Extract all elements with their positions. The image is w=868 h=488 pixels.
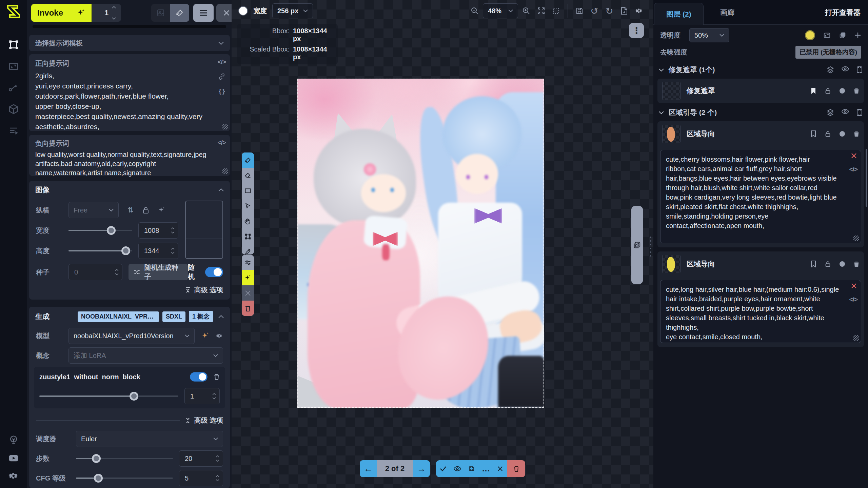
embedding-code-icon[interactable]: </> — [218, 58, 226, 66]
lora-weight-input[interactable]: 1 — [184, 388, 220, 404]
trash-icon[interactable] — [854, 88, 859, 94]
delete-region-tool[interactable] — [242, 301, 254, 316]
width-input[interactable]: 1008 — [138, 222, 178, 239]
height-slider[interactable] — [68, 246, 132, 255]
tab-layers[interactable]: 图层 (2) — [654, 3, 704, 25]
youtube-icon[interactable] — [7, 451, 20, 465]
regional-prompt-2-box[interactable]: cute,long hair,silver hair,blue hair,(me… — [660, 280, 861, 343]
zoom-in-icon[interactable] — [519, 3, 533, 18]
canvas-stage[interactable]: 宽度 256 px 48% ↺ ↻ — [232, 0, 653, 488]
prompt-resize-handle[interactable] — [853, 335, 859, 341]
braces-icon[interactable]: { } — [219, 87, 224, 95]
undo-icon[interactable]: ↺ — [588, 3, 601, 18]
canvas-tab-icon[interactable] — [7, 38, 20, 52]
regional-prompt-1-box[interactable]: cute,cherry blossoms,hair flower,pink fl… — [660, 150, 861, 243]
new-canvas-icon[interactable] — [617, 3, 631, 18]
gallery-mode-button[interactable] — [151, 4, 170, 22]
prompt-resize-handle[interactable] — [853, 236, 859, 241]
embedding-code-icon[interactable]: </> — [218, 139, 226, 146]
model-settings-gear-icon[interactable] — [216, 332, 223, 340]
cfg-input[interactable]: 5 — [179, 470, 223, 486]
opacity-select[interactable]: 50% — [689, 28, 729, 42]
generation-advanced-options[interactable]: 高级 选项 — [36, 416, 223, 425]
bookmark-icon[interactable] — [811, 130, 816, 137]
height-input[interactable]: 1344 — [138, 243, 178, 259]
fit-bbox-icon[interactable] — [549, 3, 563, 18]
cancel-staging-button[interactable] — [493, 460, 507, 477]
rect-tool[interactable] — [242, 183, 254, 198]
queue-tab-icon[interactable] — [7, 124, 20, 138]
zoom-level-select[interactable]: 48% — [483, 3, 518, 18]
pan-tool[interactable] — [242, 214, 254, 229]
lora-weight-slider[interactable] — [39, 392, 178, 401]
batch-count-steppers[interactable] — [112, 5, 116, 21]
steps-slider[interactable] — [76, 454, 173, 463]
lora-delete-trash-icon[interactable] — [214, 373, 220, 380]
trash-icon[interactable] — [854, 261, 859, 267]
lock-icon[interactable] — [825, 130, 831, 137]
lora-enabled-toggle[interactable] — [190, 372, 208, 382]
negative-prompt-resize-handle[interactable] — [222, 168, 228, 174]
inpaint-mask-layer-item[interactable]: 修复遮罩 — [657, 79, 864, 103]
brush-width-select[interactable]: 256 px — [272, 3, 313, 18]
seed-input[interactable]: 0 — [68, 264, 122, 280]
lock-icon[interactable] — [825, 261, 831, 267]
negative-prompt-input[interactable]: low quality,worst quality,normal quality… — [35, 150, 212, 178]
regional-guidance-item-1[interactable]: 区域导向 cute,cherry blossoms,hair flower,pi… — [657, 121, 864, 247]
visibility-dot-icon[interactable] — [840, 261, 845, 267]
more-actions-button[interactable]: … — [479, 460, 493, 477]
cfg-slider[interactable] — [76, 474, 173, 483]
steps-input[interactable]: 20 — [179, 450, 223, 467]
panel-resize-handle[interactable] — [650, 237, 651, 257]
layer-color-swatch[interactable] — [805, 30, 815, 40]
zoom-out-icon[interactable] — [468, 3, 481, 18]
brush-color-swatch[interactable] — [238, 6, 248, 16]
redo-icon[interactable]: ↻ — [603, 3, 616, 18]
fit-layer-icon[interactable] — [823, 32, 831, 39]
tab-gallery[interactable]: 画廊 — [720, 0, 734, 25]
batch-count-input[interactable]: 1 — [92, 4, 121, 22]
generated-image[interactable] — [297, 79, 544, 408]
positive-prompt-resize-handle[interactable] — [222, 124, 228, 129]
invoke-button[interactable]: Invoke — [31, 4, 92, 22]
inpaint-mask-section-header[interactable]: 修复遮罩 (1个) — [659, 65, 863, 75]
visibility-dot-icon[interactable] — [840, 131, 845, 137]
next-image-button[interactable]: → — [413, 460, 430, 477]
visibility-eye-icon[interactable] — [842, 109, 849, 114]
prev-image-button[interactable]: ← — [360, 460, 377, 477]
cancel-region-tool[interactable] — [242, 285, 254, 301]
random-seed-button[interactable]: 随机生成种子 — [129, 264, 188, 280]
models-tab-icon[interactable] — [7, 102, 20, 116]
panel-scrollbar[interactable] — [866, 149, 867, 207]
image-advanced-options[interactable]: 高级 选项 — [36, 285, 223, 294]
swap-dimensions-icon[interactable]: ⇅ — [127, 206, 134, 215]
remove-prompt-icon[interactable] — [851, 153, 857, 159]
remove-prompt-icon[interactable] — [851, 283, 857, 289]
filter-tool[interactable] — [242, 255, 254, 270]
discard-staged-button[interactable] — [507, 460, 525, 477]
invoke-region-tool[interactable] — [242, 270, 254, 285]
merge-layers-icon[interactable] — [827, 109, 834, 116]
duplicate-layer-icon[interactable] — [839, 32, 846, 39]
lock-aspect-icon[interactable] — [142, 206, 149, 214]
model-select[interactable]: noobaiXLNAIXL_vPred10Version — [68, 328, 195, 344]
visibility-eye-icon[interactable] — [842, 66, 849, 72]
image-section-header[interactable]: 图像 — [29, 181, 230, 199]
random-seed-toggle[interactable] — [205, 267, 223, 277]
aspect-select[interactable]: Free — [68, 202, 119, 218]
brush-tool[interactable] — [242, 152, 254, 168]
merge-layers-icon[interactable] — [827, 66, 834, 74]
optimize-size-sparkle-icon[interactable] — [158, 206, 165, 214]
save-staged-button[interactable] — [465, 460, 479, 477]
move-tool[interactable] — [242, 198, 254, 214]
fit-view-icon[interactable] — [534, 3, 548, 18]
scheduler-select[interactable]: Euler — [76, 431, 223, 447]
lock-icon[interactable] — [825, 87, 831, 94]
link-icon[interactable] — [218, 73, 225, 80]
regional-prompt-1-text[interactable]: cute,cherry blossoms,hair flower,pink fl… — [666, 155, 841, 230]
embedding-code-icon[interactable]: </> — [849, 166, 857, 173]
crop-to-bbox-icon[interactable] — [856, 109, 863, 116]
workflows-tab-icon[interactable] — [7, 81, 20, 94]
accept-image-button[interactable] — [436, 460, 450, 477]
regional-prompt-2-text[interactable]: cute,long hair,silver hair,blue hair,(me… — [666, 285, 841, 342]
